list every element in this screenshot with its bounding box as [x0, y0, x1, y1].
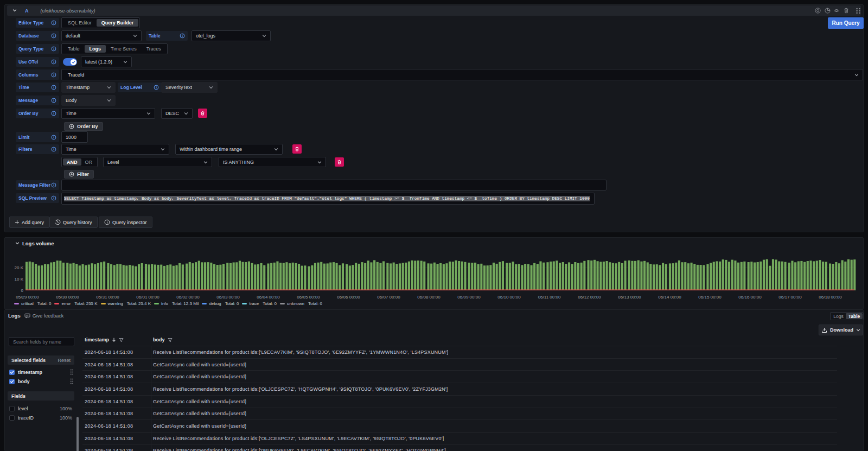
svg-text:06/13 00:00: 06/13 00:00	[618, 295, 641, 300]
svg-text:06/02 00:00: 06/02 00:00	[176, 295, 200, 300]
svg-text:06/16 00:00: 06/16 00:00	[738, 295, 762, 300]
svg-text:05/29 00:00: 05/29 00:00	[16, 295, 39, 300]
svg-text:05/30 00:00: 05/30 00:00	[56, 295, 79, 300]
svg-text:06/14 00:00: 06/14 00:00	[658, 295, 681, 300]
svg-text:06/05 00:00: 06/05 00:00	[297, 295, 320, 300]
svg-text:06/15 00:00: 06/15 00:00	[698, 295, 722, 300]
svg-text:06/06 00:00: 06/06 00:00	[337, 295, 360, 300]
svg-text:06/18 00:00: 06/18 00:00	[819, 295, 842, 300]
svg-text:06/04 00:00: 06/04 00:00	[257, 295, 280, 300]
svg-text:06/09 00:00: 06/09 00:00	[457, 295, 481, 300]
svg-text:06/03 00:00: 06/03 00:00	[216, 295, 240, 300]
svg-text:06/11 00:00: 06/11 00:00	[538, 295, 561, 300]
svg-text:06/01 00:00: 06/01 00:00	[136, 295, 159, 300]
svg-text:06/10 00:00: 06/10 00:00	[497, 295, 521, 300]
svg-text:06/08 00:00: 06/08 00:00	[417, 295, 441, 300]
svg-text:20 K: 20 K	[15, 265, 24, 270]
svg-text:10 K: 10 K	[15, 277, 24, 282]
svg-text:0: 0	[21, 288, 24, 293]
svg-text:06/12 00:00: 06/12 00:00	[578, 295, 601, 300]
svg-text:06/17 00:00: 06/17 00:00	[778, 295, 802, 300]
svg-text:05/31 00:00: 05/31 00:00	[96, 295, 119, 300]
svg-text:06/07 00:00: 06/07 00:00	[377, 295, 400, 300]
